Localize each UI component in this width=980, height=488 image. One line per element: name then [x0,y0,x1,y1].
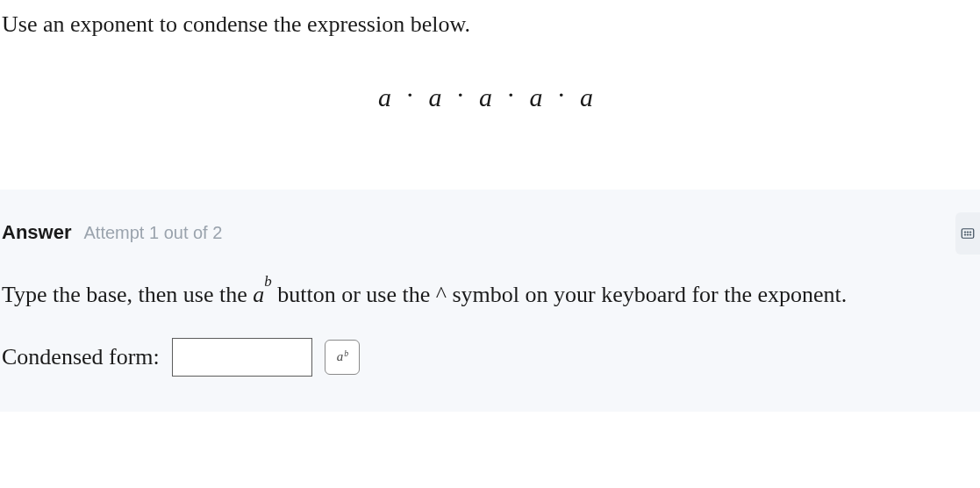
inline-math-base: a [253,282,264,307]
question-prompt: Use an exponent to condense the expressi… [2,9,971,40]
answer-label: Answer [2,221,71,244]
dot-icon: · [407,80,416,109]
dot-icon: · [558,80,567,109]
instruction-mid: button or use the ^ symbol on your keybo… [272,282,848,307]
svg-point-3 [969,232,971,233]
svg-point-2 [967,232,969,233]
question-section: Use an exponent to condense the expressi… [0,0,980,190]
expr-var: a [530,83,545,111]
instruction-pre: Type the base, then use the [2,282,253,307]
exp-button-base: a [337,350,344,363]
inline-math-sup: b [264,273,271,290]
svg-point-1 [964,232,966,233]
dot-icon: · [508,80,517,109]
condensed-form-row: Condensed form: ab [2,338,962,377]
math-expression: a · a · a · a · a [196,83,777,112]
exp-button-sup: b [344,349,348,358]
svg-point-4 [964,234,966,236]
svg-rect-0 [962,229,974,239]
instruction-text: Type the base, then use the ab button or… [2,277,962,312]
inline-math: ab [253,282,271,307]
answer-header: Answer Attempt 1 out of 2 [2,221,962,244]
expr-var: a [378,83,393,111]
attempt-counter: Attempt 1 out of 2 [83,223,222,243]
answer-input[interactable] [172,338,312,377]
svg-point-6 [969,234,971,236]
svg-point-5 [967,234,969,236]
answer-section: Answer Attempt 1 out of 2 Type the base,… [0,190,980,411]
dot-icon: · [457,80,466,109]
expr-var: a [580,83,595,111]
exponent-button[interactable]: ab [325,340,360,375]
keypad-icon [960,226,976,241]
keypad-button[interactable] [955,212,980,255]
condensed-form-label: Condensed form: [2,344,160,370]
expr-var: a [479,83,494,111]
expr-var: a [429,83,444,111]
